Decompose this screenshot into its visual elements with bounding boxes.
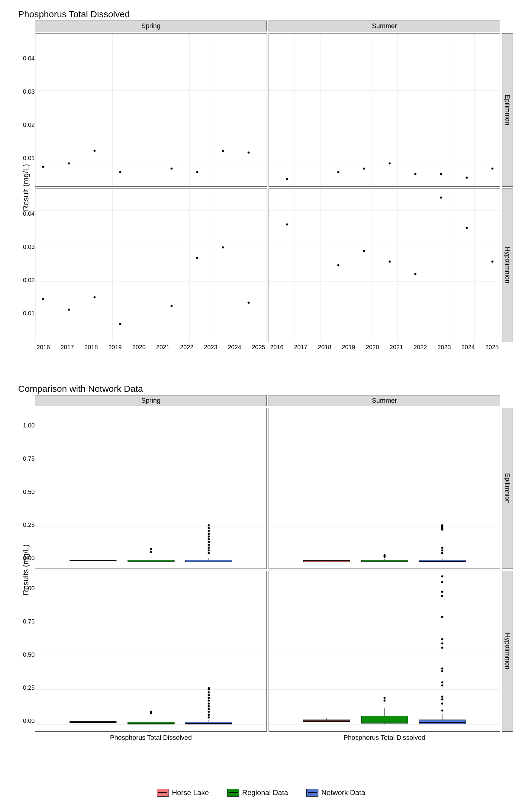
box-blue: [419, 719, 465, 724]
x-tick: 2020: [366, 344, 379, 351]
outlier: [207, 716, 209, 718]
facet2-row-hypo: Hypolimnion: [502, 571, 513, 732]
x-tick: 2017: [294, 344, 307, 351]
facet-col-summer: Summer: [268, 21, 500, 32]
y-tick: 0.03: [23, 243, 35, 250]
outlier: [441, 695, 443, 697]
data-point: [170, 168, 173, 170]
outlier: [207, 541, 209, 543]
x-tick: 2019: [108, 344, 122, 351]
legend-swatch-red: [157, 789, 169, 797]
outlier: [441, 709, 443, 711]
data-point: [222, 246, 224, 249]
y-tick: 0.01: [23, 310, 35, 317]
outlier: [207, 705, 209, 707]
outlier: [383, 697, 385, 699]
outlier: [207, 530, 209, 532]
x-tick: 2016: [37, 344, 50, 351]
outlier: [207, 532, 209, 535]
outlier: [441, 643, 443, 645]
legend-label: Regional Data: [242, 788, 288, 797]
x-tick: 2023: [204, 344, 218, 351]
data-point: [68, 162, 70, 164]
outlier: [441, 698, 443, 700]
y-tick: 0.01: [23, 155, 35, 162]
legend-swatch-green: [227, 789, 239, 797]
panel-spring-hypo: 0.040.030.020.01201620172018201920202021…: [35, 188, 267, 342]
panel2-spring-epi: 1.000.750.500.250.00: [35, 408, 267, 569]
x-tick: 2018: [84, 344, 98, 351]
facet2-row-epi: Epilimnion: [502, 408, 513, 569]
x-tick: 2024: [228, 344, 241, 351]
data-point: [440, 197, 442, 199]
y-tick: 0.02: [23, 277, 35, 284]
outlier: [207, 713, 209, 716]
panel2-spring-hypo: 1.000.750.500.250.00Phosphorus Total Dis…: [35, 571, 267, 732]
outlier: [207, 527, 209, 529]
outlier: [441, 670, 443, 672]
boxplot-chart: Comparison with Network Data Results (mg…: [18, 384, 513, 752]
x-tick: 2019: [342, 344, 355, 351]
x-tick: 2021: [156, 344, 170, 351]
outlier: [207, 546, 209, 549]
data-point: [388, 162, 390, 164]
panel2-summer-epi: [268, 408, 500, 569]
y-tick: 0.50: [23, 488, 35, 495]
outlier: [441, 552, 443, 554]
outlier: [383, 699, 385, 702]
legend-label: Network Data: [321, 788, 365, 797]
outlier: [207, 552, 209, 554]
data-point: [388, 261, 390, 263]
y-tick: 0.03: [23, 88, 35, 95]
outlier: [207, 694, 209, 696]
data-point: [491, 261, 493, 263]
outlier: [441, 549, 443, 551]
scatter-chart: Phosphorus Total Dissolved Result (mg/L)…: [18, 9, 513, 360]
legend-swatch-blue: [306, 789, 318, 797]
data-point: [491, 168, 493, 170]
outlier: [441, 581, 443, 583]
outlier: [441, 524, 443, 526]
data-point: [42, 298, 44, 300]
y-tick: 0.50: [23, 651, 35, 658]
x-category-label: Phosphorus Total Dissolved: [269, 734, 500, 742]
data-point: [337, 264, 339, 266]
data-point: [414, 173, 416, 175]
outlier: [207, 544, 209, 546]
legend-item-horse: Horse Lake: [157, 788, 209, 797]
outlier: [441, 702, 443, 705]
outlier: [207, 708, 209, 710]
outlier: [207, 699, 209, 702]
facet-row-epi: Epilimnion: [502, 33, 513, 187]
facet2-col-spring: Spring: [35, 395, 267, 406]
outlier: [441, 668, 443, 670]
y-tick: 1.00: [23, 585, 35, 592]
y-tick: 0.25: [23, 522, 35, 528]
y-tick: 0.04: [23, 210, 35, 217]
chart-title-2: Comparison with Network Data: [18, 384, 513, 394]
data-point: [465, 177, 468, 179]
data-point: [93, 150, 96, 152]
legend-item-network: Network Data: [306, 788, 365, 797]
outlier: [441, 638, 443, 641]
data-point: [222, 150, 224, 152]
legend-item-regional: Regional Data: [227, 788, 288, 797]
outlier: [207, 549, 209, 551]
y-tick: 1.00: [23, 422, 35, 429]
outlier: [207, 538, 209, 541]
data-point: [93, 296, 96, 298]
outlier: [383, 554, 385, 556]
facet2-col-summer: Summer: [268, 395, 500, 406]
y-tick: 0.00: [23, 555, 35, 562]
data-point: [286, 223, 288, 225]
facet-row-hypo: Hypolimnion: [502, 188, 513, 342]
x-tick: 2021: [390, 344, 403, 351]
x-category-label: Phosphorus Total Dissolved: [35, 734, 266, 742]
outlier: [207, 702, 209, 705]
outlier: [441, 575, 443, 577]
legend-label: Horse Lake: [172, 788, 209, 797]
y-tick: 0.75: [23, 455, 35, 462]
data-point: [247, 302, 249, 304]
facet-col-spring: Spring: [35, 21, 267, 32]
x-tick: 2023: [437, 344, 451, 351]
